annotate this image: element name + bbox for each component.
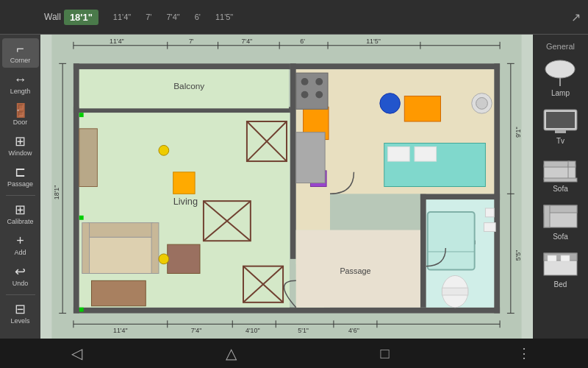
svg-rect-99 bbox=[79, 113, 84, 117]
svg-rect-112 bbox=[568, 161, 576, 167]
right-item-lamp[interactable]: Lamp bbox=[535, 54, 587, 101]
svg-rect-107 bbox=[546, 112, 575, 128]
svg-rect-66 bbox=[168, 244, 200, 273]
undo-label: Undo bbox=[12, 280, 29, 287]
svg-rect-65 bbox=[92, 280, 146, 305]
home-button[interactable]: △ bbox=[211, 341, 251, 366]
svg-text:Living: Living bbox=[173, 196, 198, 207]
wall-label: Wall bbox=[44, 12, 61, 22]
svg-rect-39 bbox=[494, 63, 500, 313]
svg-rect-119 bbox=[548, 255, 556, 261]
door-icon: 🚪 bbox=[12, 104, 29, 117]
svg-rect-49 bbox=[79, 113, 290, 308]
svg-point-91 bbox=[315, 91, 323, 99]
bed-preview bbox=[540, 250, 581, 279]
sidebar-item-corner[interactable]: ⌐ Corner bbox=[2, 38, 39, 68]
tv-preview bbox=[540, 106, 581, 135]
lamp-preview bbox=[540, 58, 581, 88]
floor-plan-svg[interactable]: 11'4" 7' 7'4" 6' 11'5" 18'1" 9'1" 5'5" bbox=[40, 35, 533, 339]
svg-text:Balcony: Balcony bbox=[173, 81, 204, 91]
dim-3: 7'4" bbox=[166, 13, 179, 21]
svg-point-102 bbox=[159, 145, 169, 155]
sidebar-item-add[interactable]: + Add bbox=[2, 230, 39, 260]
svg-rect-46 bbox=[420, 194, 426, 307]
svg-rect-100 bbox=[79, 216, 84, 220]
svg-point-103 bbox=[159, 254, 169, 264]
svg-rect-64 bbox=[151, 223, 159, 274]
svg-rect-87 bbox=[296, 73, 328, 109]
svg-text:4'6": 4'6" bbox=[348, 327, 359, 334]
svg-text:7'4": 7'4" bbox=[242, 38, 253, 45]
svg-point-90 bbox=[301, 91, 309, 99]
more-button[interactable]: ⋮ bbox=[517, 345, 531, 361]
recent-button[interactable]: □ bbox=[365, 342, 404, 366]
svg-point-104 bbox=[545, 60, 575, 78]
svg-rect-61 bbox=[88, 223, 153, 238]
sidebar-item-calibrate[interactable]: ⊞ Calibrate bbox=[2, 199, 39, 229]
svg-rect-95 bbox=[485, 208, 494, 217]
corner-label: Corner bbox=[10, 57, 31, 64]
corner-icon: ⌐ bbox=[16, 42, 24, 55]
svg-rect-108 bbox=[555, 130, 566, 133]
arrow-icon: ↗ bbox=[571, 10, 581, 24]
svg-rect-77 bbox=[173, 172, 196, 194]
length-label: Length bbox=[10, 88, 31, 95]
top-dimensions: 11'4" 7' 7'4" 6' 11'5" bbox=[113, 13, 233, 21]
svg-rect-92 bbox=[296, 132, 325, 183]
svg-rect-85 bbox=[388, 146, 410, 161]
sidebar-item-window[interactable]: ⊞ Window bbox=[2, 131, 39, 160]
sidebar-divider-2 bbox=[6, 294, 35, 295]
sidebar-item-undo[interactable]: ↩ Undo bbox=[2, 261, 39, 291]
sidebar-item-passage[interactable]: ⊏ Passage bbox=[2, 162, 39, 191]
svg-point-80 bbox=[380, 93, 401, 114]
levels-label: Levels bbox=[10, 317, 29, 325]
top-bar: Wall 18'1" 11'4" 7' 7'4" 6' 11'5" ↗ bbox=[0, 0, 588, 35]
sidebar-item-levels[interactable]: ⊟ Levels bbox=[2, 299, 39, 328]
svg-text:11'4": 11'4" bbox=[110, 38, 124, 45]
svg-text:5'1": 5'1" bbox=[298, 327, 309, 334]
sidebar-divider bbox=[6, 195, 35, 196]
sofa1-label: Sofa bbox=[553, 185, 568, 193]
right-sidebar-header: General bbox=[546, 38, 575, 53]
svg-rect-38 bbox=[74, 63, 79, 313]
svg-rect-45 bbox=[290, 63, 296, 259]
svg-text:11'5": 11'5" bbox=[366, 38, 381, 45]
main-area: ⌐ Corner ↔ Length 🚪 Door ⊞ Window ⊏ Pass… bbox=[0, 35, 588, 339]
svg-rect-94 bbox=[442, 288, 467, 295]
svg-text:11'4": 11'4" bbox=[113, 327, 128, 334]
svg-rect-62 bbox=[88, 237, 153, 273]
window-label: Window bbox=[8, 149, 32, 157]
svg-rect-110 bbox=[544, 161, 570, 167]
sofa1-preview bbox=[540, 154, 581, 183]
svg-text:7'4": 7'4" bbox=[191, 327, 202, 334]
back-button[interactable]: ◁ bbox=[57, 341, 97, 366]
add-icon: + bbox=[16, 234, 24, 247]
right-item-sofa2[interactable]: Sofa bbox=[535, 198, 587, 244]
svg-rect-67 bbox=[79, 129, 98, 187]
right-item-sofa1[interactable]: Sofa bbox=[535, 150, 587, 197]
svg-rect-86 bbox=[415, 146, 437, 161]
right-sidebar: General Lamp Tv bbox=[533, 35, 588, 339]
svg-rect-63 bbox=[82, 223, 90, 274]
tv-label: Tv bbox=[556, 137, 564, 145]
svg-rect-97 bbox=[428, 212, 475, 270]
svg-rect-40 bbox=[74, 63, 290, 69]
lamp-label: Lamp bbox=[551, 89, 570, 97]
svg-text:7': 7' bbox=[189, 38, 194, 45]
svg-text:6': 6' bbox=[300, 38, 305, 45]
svg-rect-47 bbox=[420, 194, 500, 199]
svg-text:Passage: Passage bbox=[340, 266, 370, 275]
sidebar-item-door[interactable]: 🚪 Door bbox=[2, 100, 39, 130]
calibrate-icon: ⊞ bbox=[15, 203, 26, 216]
canvas-area[interactable]: 11'4" 7' 7'4" 6' 11'5" 18'1" 9'1" 5'5" bbox=[40, 35, 533, 339]
undo-icon: ↩ bbox=[15, 265, 26, 278]
right-item-bed[interactable]: Bed bbox=[535, 246, 587, 292]
sidebar-item-length[interactable]: ↔ Length bbox=[2, 69, 39, 99]
wall-value: 18'1" bbox=[64, 10, 98, 25]
svg-rect-41 bbox=[74, 308, 500, 314]
right-item-tv[interactable]: Tv bbox=[535, 102, 587, 149]
svg-text:18'1": 18'1" bbox=[53, 185, 60, 200]
passage-label: Passage bbox=[7, 180, 33, 188]
calibrate-label: Calibrate bbox=[7, 218, 33, 225]
levels-icon: ⊟ bbox=[15, 302, 26, 316]
